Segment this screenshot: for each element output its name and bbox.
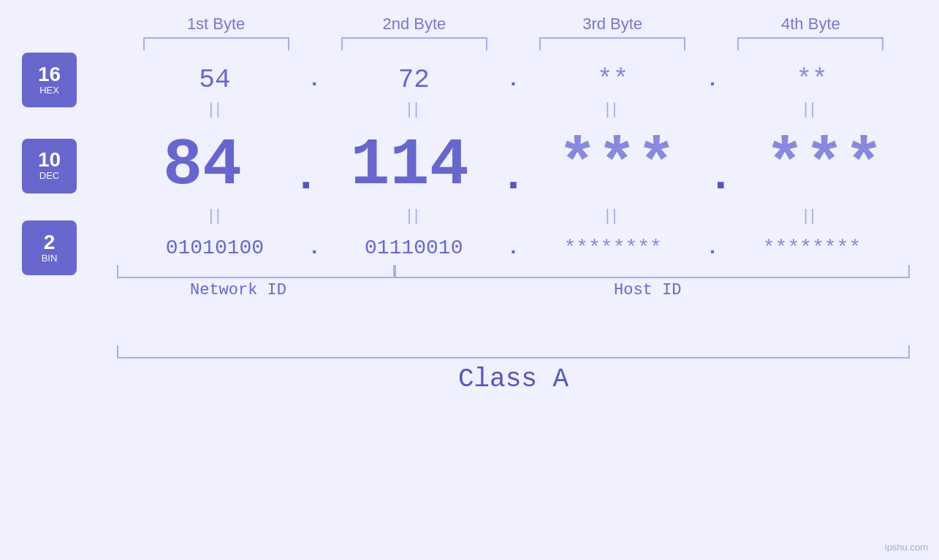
hex-badge: 16 HEX <box>22 53 77 107</box>
hex-byte4: ** <box>731 65 892 95</box>
bin-values: 01010100 . 01110010 . ******** . *******… <box>117 237 910 259</box>
equals-row-2: || || || || <box>117 206 910 225</box>
hex-values: 54 . 72 . ** . ** <box>117 65 910 95</box>
eq1-b3: || <box>532 99 693 118</box>
bin-dot2: . <box>507 238 520 258</box>
bottom-id-area: Network ID Host ID <box>117 265 910 305</box>
bin-badge-label: BIN <box>42 253 58 264</box>
dec-dot3: . <box>707 152 734 202</box>
hex-badge-label: HEX <box>39 85 59 96</box>
top-bracket-3 <box>539 37 685 50</box>
class-label: Class A <box>117 364 910 394</box>
bin-dot1: . <box>308 238 321 258</box>
eq2-b2: || <box>334 206 495 225</box>
hex-dot2: . <box>507 70 520 91</box>
dec-badge-number: 10 <box>38 150 61 170</box>
bin-byte4: ******** <box>731 237 892 259</box>
dec-byte3: *** <box>536 133 697 199</box>
hex-byte1: 54 <box>134 65 295 95</box>
equals-row-1: || || || || <box>117 99 910 118</box>
hex-dot1: . <box>308 70 321 91</box>
network-id-bracket <box>117 265 395 278</box>
top-bracket-row <box>117 37 910 50</box>
hex-byte2: 72 <box>333 65 494 95</box>
bin-row: 2 BIN 01010100 . 01110010 . ******** . *… <box>117 237 910 259</box>
bin-dot3: . <box>706 238 718 258</box>
byte4-header: 4th Byte <box>730 15 891 34</box>
byte3-header: 3rd Byte <box>532 15 693 34</box>
top-bracket-2 <box>341 37 487 50</box>
host-id-label: Host ID <box>614 281 681 299</box>
class-bracket <box>117 345 910 358</box>
bin-byte3: ******** <box>533 237 693 259</box>
dec-byte1: 84 <box>122 133 283 199</box>
hex-dot3: . <box>706 70 718 91</box>
byte-headers: 1st Byte 2nd Byte 3rd Byte 4th Byte <box>117 15 910 34</box>
top-bracket-1 <box>143 37 289 50</box>
eq1-b4: || <box>730 99 891 118</box>
host-id-bracket <box>395 265 910 278</box>
eq2-b1: || <box>136 206 297 225</box>
dec-byte2: 114 <box>330 133 490 199</box>
network-id-label: Network ID <box>190 281 286 299</box>
bin-byte2: 01110010 <box>333 237 494 259</box>
class-area: Class A <box>117 345 910 394</box>
dec-dot1: . <box>293 152 319 202</box>
byte2-header: 2nd Byte <box>334 15 495 34</box>
bin-byte1: 01010100 <box>134 237 295 259</box>
top-bracket-4 <box>737 37 883 50</box>
dec-byte4: *** <box>744 133 905 199</box>
eq1-b1: || <box>136 99 297 118</box>
hex-byte3: ** <box>533 65 693 95</box>
dec-dot2: . <box>500 152 526 202</box>
eq2-b3: || <box>532 206 693 225</box>
watermark: ipshu.com <box>885 542 928 553</box>
dec-badge-label: DEC <box>39 170 59 182</box>
eq2-b4: || <box>730 206 891 225</box>
eq1-b2: || <box>334 99 495 118</box>
main-container: 1st Byte 2nd Byte 3rd Byte 4th Byte 16 H… <box>0 0 939 560</box>
hex-row: 16 HEX 54 . 72 . ** . ** <box>117 65 910 95</box>
bin-badge-number: 2 <box>44 232 56 253</box>
hex-badge-number: 16 <box>38 64 61 85</box>
dec-badge: 10 DEC <box>22 139 77 193</box>
byte1-header: 1st Byte <box>136 15 297 34</box>
bin-badge: 2 BIN <box>22 220 77 275</box>
dec-row: 10 DEC 84 . 114 . *** . *** <box>117 130 910 202</box>
dec-values: 84 . 114 . *** . *** <box>117 130 910 202</box>
